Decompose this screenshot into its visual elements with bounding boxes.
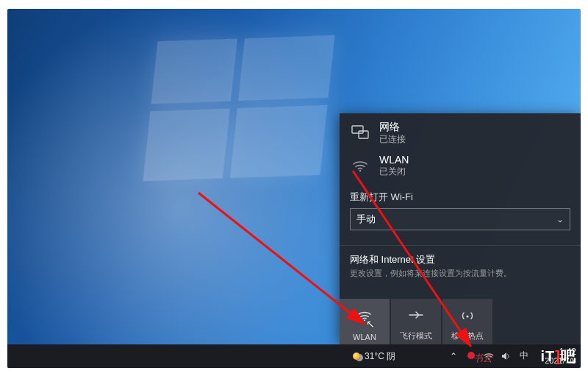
network-item-status: 已连接	[379, 134, 406, 145]
network-item-ethernet[interactable]: 网络 已连接	[340, 113, 581, 151]
tray-overflow-chevron-icon[interactable]: ⌃	[448, 351, 459, 361]
tile-wlan[interactable]: WLAN	[340, 299, 390, 344]
svg-point-3	[364, 319, 365, 321]
reopen-wifi-dropdown[interactable]: 手动 ⌄	[350, 208, 570, 230]
system-tray: ⌃ 中 1:42 2021/7/8	[448, 347, 576, 365]
reopen-wifi-value: 手动	[356, 213, 376, 226]
tile-airplane[interactable]: 飞行模式	[391, 299, 441, 344]
network-flyout: 网络 已连接 WLAN 已关闭 重新打开 Wi-Fi 手动	[340, 113, 581, 344]
record-icon[interactable]	[466, 351, 476, 361]
chevron-down-icon: ⌄	[556, 214, 564, 224]
weather-text: 31°C 阴	[365, 350, 395, 363]
taskbar-date: 2021/7/8	[537, 357, 576, 366]
wifi-icon	[356, 299, 373, 333]
tray-network-icon[interactable]	[484, 352, 494, 361]
reopen-wifi-label: 重新打开 Wi-Fi	[350, 191, 570, 204]
tray-volume-icon[interactable]	[501, 352, 512, 361]
network-settings-link[interactable]: 网络和 Internet 设置 更改设置，例如将某连接设置为按流量计费。	[340, 253, 581, 286]
wlan-item-title: WLAN	[379, 154, 409, 167]
ethernet-icon	[350, 125, 370, 140]
network-settings-title: 网络和 Internet 设置	[350, 253, 570, 266]
taskbar: 31°C 阴 ⌃ 中 1:42 2021/7/8	[7, 344, 581, 368]
airplane-icon	[409, 299, 423, 330]
svg-point-4	[466, 315, 468, 317]
quick-action-tiles: WLAN 飞行模式 移动热点	[340, 299, 581, 344]
svg-point-5	[488, 358, 490, 360]
reopen-wifi-section: 重新打开 Wi-Fi 手动 ⌄	[340, 183, 581, 235]
wlan-item-status: 已关闭	[379, 166, 409, 177]
tray-ime-indicator[interactable]: 中	[519, 350, 529, 362]
tile-hotspot[interactable]: 移动热点	[442, 299, 492, 344]
taskbar-weather[interactable]: 31°C 阴	[353, 350, 395, 363]
wifi-off-icon	[350, 159, 370, 172]
hotspot-icon	[460, 299, 475, 330]
windows-logo-glyph	[143, 35, 334, 181]
tile-airplane-label: 飞行模式	[400, 330, 432, 341]
network-item-wlan[interactable]: WLAN 已关闭	[340, 151, 581, 184]
taskbar-clock[interactable]: 1:42 2021/7/8	[537, 347, 576, 365]
tile-wlan-label: WLAN	[353, 333, 376, 341]
network-item-title: 网络	[379, 121, 406, 134]
tile-hotspot-label: 移动热点	[451, 330, 484, 341]
network-settings-sub: 更改设置，例如将某连接设置为按流量计费。	[350, 268, 570, 279]
weather-icon	[353, 353, 360, 360]
svg-point-2	[359, 170, 361, 171]
taskbar-time: 1:42	[537, 347, 576, 357]
divider	[340, 245, 581, 246]
svg-rect-0	[352, 126, 363, 133]
